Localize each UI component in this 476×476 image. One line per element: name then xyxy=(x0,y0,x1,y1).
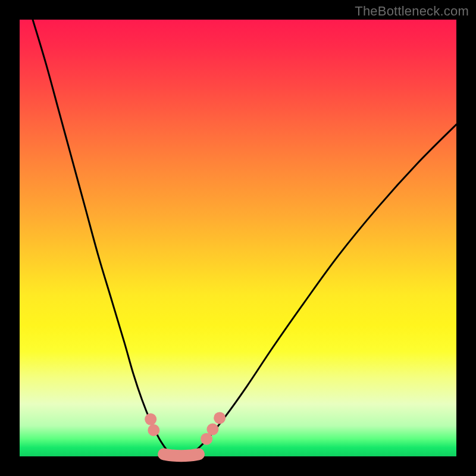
right-curve xyxy=(195,124,456,452)
marker-group xyxy=(145,412,226,444)
watermark-text: TheBottleneck.com xyxy=(355,4,469,19)
data-marker xyxy=(145,414,156,425)
data-marker xyxy=(214,412,226,424)
data-marker xyxy=(148,424,159,436)
plot-area xyxy=(20,20,456,456)
data-marker xyxy=(206,423,218,435)
valley-floor-segment xyxy=(164,454,199,456)
curves-svg xyxy=(20,20,456,456)
chart-frame: TheBottleneck.com xyxy=(0,0,476,476)
left-curve xyxy=(33,20,168,452)
